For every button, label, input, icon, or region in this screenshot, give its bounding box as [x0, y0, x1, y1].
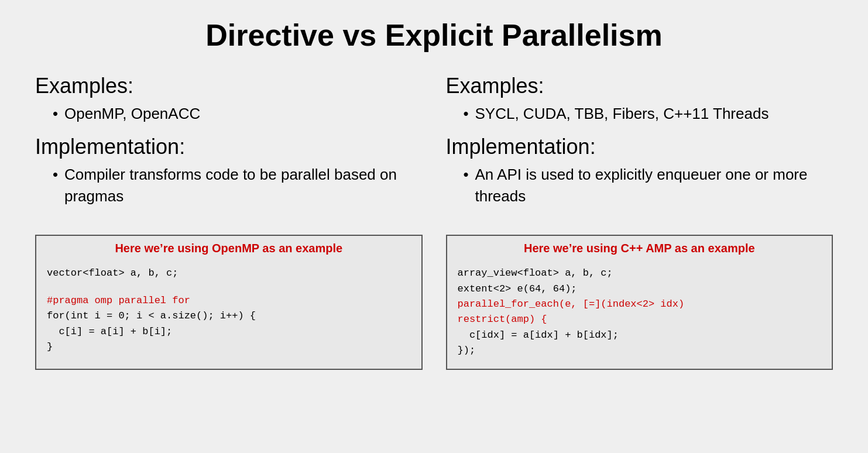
list-item: OpenMP, OpenACC: [53, 103, 423, 124]
left-examples-list: OpenMP, OpenACC: [35, 103, 423, 124]
code-line: extent<2> e(64, 64);: [458, 282, 822, 297]
list-item: Compiler transforms code to be parallel …: [53, 164, 423, 207]
right-code-label: Here we’re using C++ AMP as an example: [447, 236, 832, 260]
left-impl-list: Compiler transforms code to be parallel …: [35, 164, 423, 207]
slide: Directive vs Explicit Parallelism Exampl…: [0, 0, 868, 453]
right-impl-heading: Implementation:: [446, 135, 833, 159]
code-line-empty: [47, 282, 411, 293]
left-examples-heading: Examples:: [35, 74, 423, 98]
right-examples-heading: Examples:: [446, 74, 833, 98]
code-line: vector<float> a, b, c;: [47, 266, 411, 281]
code-line: c[i] = a[i] + b[i];: [47, 324, 411, 339]
left-code-label: Here we’re using OpenMP as an example: [36, 236, 421, 260]
list-item: An API is used to explicitly enqueuer on…: [464, 164, 833, 207]
code-boxes: Here we’re using OpenMP as an example ve…: [35, 235, 833, 370]
left-column: Examples: OpenMP, OpenACC Implementation…: [35, 74, 423, 217]
code-line: parallel_for_each(e, [=](index<2> idx): [458, 297, 822, 312]
code-line: for(int i = 0; i < a.size(); i++) {: [47, 308, 411, 324]
left-code-content: vector<float> a, b, c; #pragma omp paral…: [36, 260, 421, 365]
content-columns: Examples: OpenMP, OpenACC Implementation…: [35, 74, 833, 217]
code-line: }: [47, 339, 411, 355]
slide-title: Directive vs Explicit Parallelism: [35, 18, 833, 53]
right-code-box: Here we’re using C++ AMP as an example a…: [446, 235, 833, 370]
left-impl-heading: Implementation:: [35, 135, 423, 159]
code-line: c[idx] = a[idx] + b[idx];: [458, 328, 822, 343]
code-line: restrict(amp) {: [458, 312, 822, 327]
code-line: #pragma omp parallel for: [47, 293, 411, 308]
left-code-box: Here we’re using OpenMP as an example ve…: [35, 235, 423, 370]
right-code-content: array_view<float> a, b, c; extent<2> e(6…: [447, 260, 832, 369]
right-examples-list: SYCL, CUDA, TBB, Fibers, C++11 Threads: [446, 103, 833, 124]
right-column: Examples: SYCL, CUDA, TBB, Fibers, C++11…: [446, 74, 833, 217]
list-item: SYCL, CUDA, TBB, Fibers, C++11 Threads: [464, 103, 833, 124]
code-line: });: [458, 343, 822, 358]
right-impl-list: An API is used to explicitly enqueuer on…: [446, 164, 833, 207]
code-line: array_view<float> a, b, c;: [458, 266, 822, 281]
